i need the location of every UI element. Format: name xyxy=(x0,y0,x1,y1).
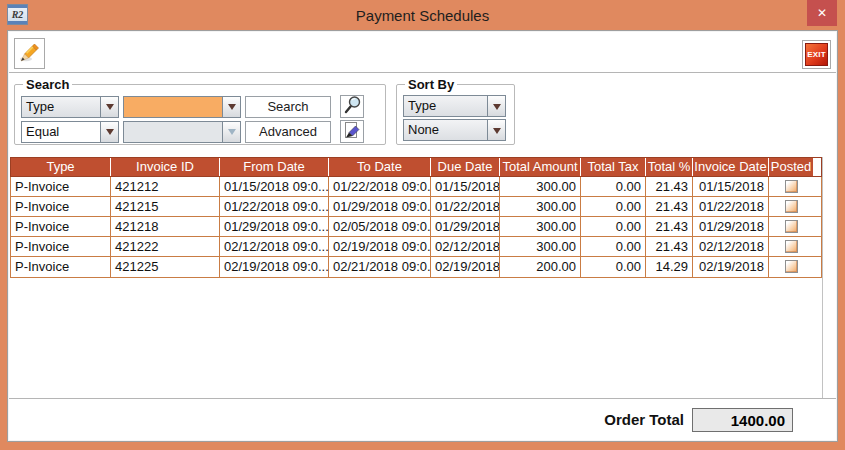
cell-from-date: 01/15/2018 09:0... xyxy=(220,177,329,196)
cell-to-date: 02/19/2018 09:0... xyxy=(329,237,431,256)
cell-total-: 21.43 xyxy=(646,217,693,236)
column-header-due-date[interactable]: Due Date xyxy=(431,158,500,176)
search-row-1: Type Search xyxy=(21,95,385,118)
sort-row-2: None xyxy=(403,119,514,141)
exit-button[interactable]: EXIT xyxy=(802,40,831,69)
content-panel: EXIT Search Type Search xyxy=(7,30,838,442)
chevron-down-icon[interactable] xyxy=(487,96,505,116)
cell-invoice-date: 02/12/2018 xyxy=(693,237,769,256)
search-value2-combo xyxy=(123,121,241,143)
posted-checkbox[interactable] xyxy=(785,200,798,213)
cell-invoice-date: 01/29/2018 xyxy=(693,217,769,236)
table-row[interactable]: P-Invoice42122502/19/2018 09:0...02/21/2… xyxy=(11,257,821,277)
order-total-value: 1400.00 xyxy=(731,412,785,429)
cell-invoice-date: 01/15/2018 xyxy=(693,177,769,196)
column-header-invoice-id[interactable]: Invoice ID xyxy=(111,158,220,176)
column-header-total-amount[interactable]: Total Amount xyxy=(500,158,581,176)
column-header-type[interactable]: Type xyxy=(11,158,111,176)
cell-total-: 21.43 xyxy=(646,237,693,256)
advanced-search-icon-button[interactable] xyxy=(340,120,364,143)
cell-type: P-Invoice xyxy=(11,197,111,216)
search-value2-combo-value xyxy=(124,122,222,142)
payment-schedule-table: TypeInvoice IDFrom DateTo DateDue DateTo… xyxy=(10,157,823,398)
column-header-posted[interactable]: Posted xyxy=(769,158,813,176)
cell-invoice-id: 421218 xyxy=(111,217,220,236)
posted-checkbox[interactable] xyxy=(785,240,798,253)
sort-primary-combo[interactable]: Type xyxy=(403,95,506,117)
table-row[interactable]: P-Invoice42122202/12/2018 09:0...02/19/2… xyxy=(11,237,821,257)
cell-total-amount: 200.00 xyxy=(500,257,581,277)
sort-row-1: Type xyxy=(403,95,514,117)
table-row[interactable]: P-Invoice42121801/29/2018 09:0...02/05/2… xyxy=(11,217,821,237)
cell-total-tax: 0.00 xyxy=(581,257,646,277)
column-header-total-[interactable]: Total % xyxy=(646,158,693,176)
cell-posted xyxy=(769,257,813,277)
posted-checkbox[interactable] xyxy=(785,180,798,193)
chevron-down-icon xyxy=(222,122,240,142)
cell-total-tax: 0.00 xyxy=(581,217,646,236)
cell-due-date: 02/19/2018 xyxy=(431,257,500,277)
cell-total-tax: 0.00 xyxy=(581,177,646,196)
cell-from-date: 02/19/2018 09:0... xyxy=(220,257,329,277)
posted-checkbox[interactable] xyxy=(785,260,798,273)
cell-from-date: 01/22/2018 09:0... xyxy=(220,197,329,216)
cell-total-: 21.43 xyxy=(646,197,693,216)
search-group-legend: Search xyxy=(23,77,72,92)
title-bar: R2 Payment Schedules ✕ xyxy=(0,0,845,30)
cell-invoice-id: 421215 xyxy=(111,197,220,216)
order-total-label: Order Total xyxy=(604,411,684,428)
cell-to-date: 02/05/2018 09:0... xyxy=(329,217,431,236)
sort-by-legend: Sort By xyxy=(405,77,457,92)
sort-secondary-combo-value: None xyxy=(404,120,487,140)
cell-total-amount: 300.00 xyxy=(500,197,581,216)
cell-type: P-Invoice xyxy=(11,257,111,277)
cell-to-date: 01/29/2018 09:0... xyxy=(329,197,431,216)
cell-posted xyxy=(769,237,813,256)
chevron-down-icon[interactable] xyxy=(100,122,118,142)
search-field-combo[interactable]: Type xyxy=(21,96,119,118)
cell-posted xyxy=(769,177,813,196)
cell-invoice-id: 421222 xyxy=(111,237,220,256)
edit-button[interactable] xyxy=(14,38,45,69)
search-field-combo-value: Type xyxy=(22,97,100,117)
cell-invoice-id: 421212 xyxy=(111,177,220,196)
column-header-invoice-date[interactable]: Invoice Date xyxy=(693,158,769,176)
search-group: Search Type Search xyxy=(14,77,386,145)
order-total-field: 1400.00 xyxy=(692,408,793,432)
chevron-down-icon[interactable] xyxy=(222,97,240,117)
cell-invoice-date: 02/19/2018 xyxy=(693,257,769,277)
close-button[interactable]: ✕ xyxy=(807,0,837,26)
cell-total-tax: 0.00 xyxy=(581,197,646,216)
table-row[interactable]: P-Invoice42121201/15/2018 09:0...01/22/2… xyxy=(11,177,821,197)
search-operator-combo-value: Equal xyxy=(22,122,100,142)
column-header-from-date[interactable]: From Date xyxy=(220,158,329,176)
pencil-icon xyxy=(18,40,42,67)
cell-type: P-Invoice xyxy=(11,237,111,256)
cell-due-date: 01/29/2018 xyxy=(431,217,500,236)
search-operator-combo[interactable]: Equal xyxy=(21,121,119,143)
chevron-down-icon[interactable] xyxy=(487,120,505,140)
advanced-search-icon xyxy=(342,120,362,143)
close-icon: ✕ xyxy=(817,6,827,20)
window-title: Payment Schedules xyxy=(0,0,845,30)
magnifier-icon xyxy=(342,95,362,118)
search-value-combo-value xyxy=(124,97,222,117)
quick-search-button[interactable] xyxy=(340,95,364,118)
footer: Order Total 1400.00 xyxy=(9,400,836,440)
cell-invoice-id: 421225 xyxy=(111,257,220,277)
search-button[interactable]: Search xyxy=(245,96,331,118)
column-header-to-date[interactable]: To Date xyxy=(329,158,431,176)
payment-schedules-window: R2 Payment Schedules ✕ EXIT xyxy=(0,0,845,450)
exit-icon: EXIT xyxy=(805,43,828,66)
table-body: P-Invoice42121201/15/2018 09:0...01/22/2… xyxy=(10,177,822,278)
advanced-button[interactable]: Advanced xyxy=(245,121,331,143)
posted-checkbox[interactable] xyxy=(785,220,798,233)
table-row[interactable]: P-Invoice42121501/22/2018 09:0...01/29/2… xyxy=(11,197,821,217)
chevron-down-icon[interactable] xyxy=(100,97,118,117)
column-header-total-tax[interactable]: Total Tax xyxy=(581,158,646,176)
cell-due-date: 01/22/2018 xyxy=(431,197,500,216)
search-value-combo[interactable] xyxy=(123,96,241,118)
cell-from-date: 01/29/2018 09:0... xyxy=(220,217,329,236)
cell-total-: 21.43 xyxy=(646,177,693,196)
sort-secondary-combo[interactable]: None xyxy=(403,119,506,141)
